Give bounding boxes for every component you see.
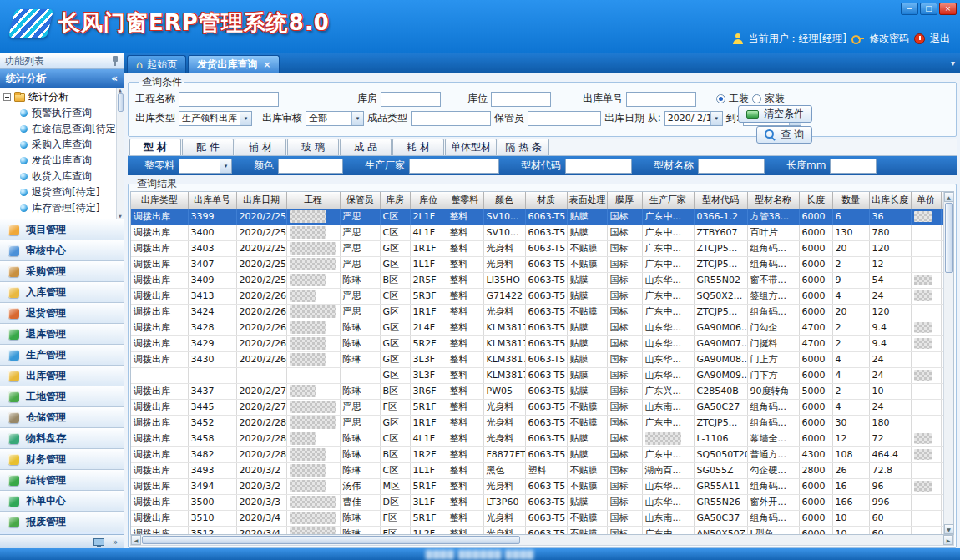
scroll-up-icon[interactable]: ▲ (944, 192, 954, 202)
manufacturer-input[interactable] (409, 159, 499, 174)
change-password-link[interactable]: 修改密码 (869, 32, 909, 46)
table-row[interactable]: 调拨出库34002020/2/25华海源城严思C区4L1F整料SV10...60… (131, 225, 943, 240)
horizontal-scrollbar[interactable]: ◀ ▶ (130, 535, 954, 546)
column-header[interactable]: 数量 (832, 192, 869, 209)
tab-overflow-icon[interactable]: ▾ (951, 58, 955, 68)
column-header[interactable]: 型材名称 (747, 192, 799, 209)
column-header[interactable]: 保管员 (340, 192, 380, 209)
order-no-input[interactable] (626, 92, 696, 107)
radio-workwear[interactable]: 工装 (716, 92, 749, 106)
table-row[interactable]: 调拨出库34452020/2/27工地共工程严思F区5R1F整料光身料6063-… (131, 399, 943, 415)
material-tab-1[interactable]: 型 材 (129, 139, 181, 155)
tab-close-icon[interactable]: × (261, 59, 270, 70)
table-row[interactable]: 调拨出库34292020/2/26石家庄城陈琳G区5R2F整料KLM381760… (131, 335, 943, 351)
sidebar-item-audit[interactable]: 审核中心 (0, 240, 124, 261)
tree-item[interactable]: 在途信息查询[待定] (0, 121, 124, 137)
table-row[interactable]: 调拨出库35102020/3/4工地共工程陈琳F区5R1F整料光身料6063-T… (131, 510, 943, 526)
column-header[interactable]: 颜色 (483, 192, 525, 209)
sidebar-item-purchase[interactable]: 采购管理 (0, 261, 124, 282)
scroll-down-icon[interactable]: ▼ (119, 214, 122, 219)
keeper-input[interactable] (528, 111, 601, 126)
material-tab-7[interactable]: 单体型材 (445, 139, 497, 155)
tree-scrollbar[interactable]: ▲ ▼ (116, 88, 124, 219)
product-type-input[interactable] (411, 111, 491, 126)
column-header[interactable]: 出库长度 (869, 192, 911, 209)
table-row[interactable]: 调拨出库34822020/2/28华海源...陈琳B区1R2F整料F8877FT… (131, 446, 943, 462)
table-row[interactable]: 调拨出库34032020/2/25工地共工程严思G区1R1F整料光身料6063-… (131, 240, 943, 256)
column-header[interactable]: 库房 (380, 192, 410, 209)
table-row[interactable]: 调拨出库35122020/3/4工地共工程陈琳F区1L2F整料光身料6063-T… (131, 526, 943, 534)
tree-item[interactable]: 采购入库查询 (0, 137, 124, 153)
table-row[interactable]: 调拨出库34582020/2/28华海...陈琳C区4L1F整料光身料6063-… (131, 431, 943, 446)
audit-select[interactable]: 全部 ▾ (306, 111, 364, 126)
logout-link[interactable]: 退出 (930, 32, 950, 46)
column-header[interactable]: 长度 (799, 192, 832, 209)
material-tab-6[interactable]: 耗 材 (392, 139, 444, 155)
scroll-left-icon[interactable]: ◀ (131, 535, 141, 545)
table-row[interactable]: G区3L3F整料KLM38176063-T5贴膜国标山东华...GA90M09.… (131, 367, 943, 383)
sidebar-item-warehouse[interactable]: 仓储管理 (0, 407, 124, 428)
chevrons-right-icon[interactable]: » (113, 537, 118, 547)
table-row[interactable]: 调拨出库33992020/2/25华海源城严思C区2L1F整料SV10...60… (131, 209, 943, 225)
color-input[interactable] (278, 159, 343, 174)
material-tab-4[interactable]: 玻 璃 (287, 139, 339, 155)
date-from-select[interactable]: 2020/ 2/16 ▾ (664, 111, 723, 126)
tab-shipping-outbound-query[interactable]: 发货出库查询 × (188, 55, 280, 73)
scroll-down-icon[interactable]: ▼ (944, 524, 954, 534)
warehouse-input[interactable] (381, 92, 441, 107)
sidebar-item-finance[interactable]: 财务管理 (0, 449, 124, 470)
project-name-input[interactable] (179, 92, 279, 107)
scroll-right-icon[interactable]: ▶ (943, 535, 953, 545)
whole-part-select[interactable]: 全部 ▾ (179, 159, 232, 174)
column-header[interactable]: 膜厚 (607, 192, 642, 209)
tree-root-statistics[interactable]: 统计分析 (0, 89, 124, 105)
location-input[interactable] (491, 92, 551, 107)
sidebar-item-return-goods[interactable]: 退货管理 (0, 303, 124, 324)
column-header[interactable]: 表面处理 (567, 192, 607, 209)
tab-home[interactable]: ⌂ 起始页 (127, 55, 186, 73)
tree-item[interactable]: 发货出库查询 (0, 153, 124, 169)
sidebar-item-inbound[interactable]: 入库管理 (0, 282, 124, 303)
clear-conditions-button[interactable]: 清空条件 (738, 105, 812, 123)
tree-item[interactable]: 预警执行查询 (0, 105, 124, 121)
tree-item[interactable]: 退货查询[待定] (0, 184, 124, 200)
sidebar-item-inventory[interactable]: 物料盘存 (0, 428, 124, 449)
column-header[interactable]: 库位 (410, 192, 447, 209)
radio-homewear[interactable]: 家装 (752, 92, 785, 106)
column-header[interactable]: 材质 (525, 192, 567, 209)
table-row[interactable]: 调拨出库34372020/2/27佛山...陈琳B区3R6F整料PW056063… (131, 383, 943, 399)
sidebar-item-site[interactable]: 工地管理 (0, 386, 124, 407)
collapse-icon[interactable]: « (111, 73, 118, 84)
vertical-scrollbar[interactable]: ▲ ▼ (943, 192, 953, 534)
column-header[interactable]: 单价 (911, 192, 941, 209)
table-row[interactable]: 调拨出库34092020/2/25长沙网...陈琳B区2R5F整料LI35HO6… (131, 272, 943, 288)
sidebar-item-carryover[interactable]: 结转管理 (0, 470, 124, 491)
monitor-icon[interactable] (93, 538, 104, 546)
minimize-button[interactable]: − (901, 3, 918, 15)
material-tab-5[interactable]: 成 品 (340, 139, 392, 155)
search-button[interactable]: 查 询 (756, 126, 812, 144)
table-row[interactable]: 调拨出库34942020/3/2石家辉城汤伟M区5R1F整料光身料6063-T5… (131, 478, 943, 494)
maximize-button[interactable]: □ (920, 3, 937, 15)
length-input[interactable] (830, 159, 877, 174)
expander-icon[interactable] (3, 93, 11, 101)
scroll-thumb[interactable] (118, 93, 124, 112)
table-row[interactable]: 调拨出库34132020/2/26南海...严思C区5R3F整料G7142260… (131, 288, 943, 304)
table-row[interactable]: 调拨出库34282020/2/26石家庄城陈琳G区2L4F整料KLM381760… (131, 320, 943, 335)
profile-name-input[interactable] (698, 159, 765, 174)
sidebar-item-outbound[interactable]: 出库管理 (0, 366, 124, 386)
sidebar-item-supplement[interactable]: 补单中心 (0, 491, 124, 512)
table-row[interactable]: 调拨出库34302020/2/26石家庄城陈琳G区3L3F整料KLM381760… (131, 351, 943, 367)
column-header[interactable]: 型材代码 (694, 192, 747, 209)
table-row[interactable]: 调拨出库34522020/2/28工地共工程严思G区1R1F整料光身料6063-… (131, 415, 943, 431)
material-tab-8[interactable]: 隔 热 条 (498, 139, 549, 155)
sidebar-item-scrap[interactable]: 报废管理 (0, 512, 124, 532)
column-header[interactable]: 出库类型 (131, 192, 188, 209)
column-header[interactable]: 出库日期 (236, 192, 286, 209)
table-row[interactable]: 调拨出库34242020/2/26工地共工程严思G区1R1F整料光身料6063-… (131, 304, 943, 320)
material-tab-3[interactable]: 辅 材 (235, 139, 286, 155)
outbound-type-select[interactable]: 生产领料出库 ▾ (179, 111, 252, 126)
table-row[interactable]: 调拨出库35002020/3/3工地共工程曹佳D区3L1F整料LT3P60606… (131, 494, 943, 510)
tree-item[interactable]: 收货入库查询 (0, 169, 124, 184)
sidebar-section-statistics[interactable]: 统计分析 « (0, 69, 124, 88)
